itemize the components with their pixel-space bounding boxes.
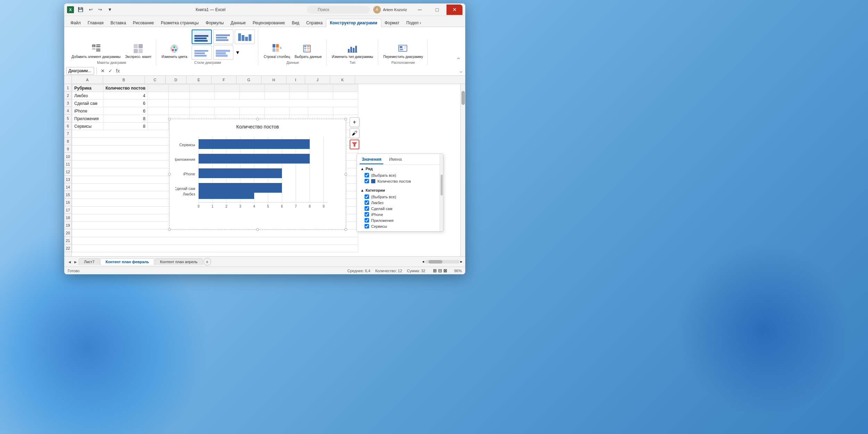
- col-header-c[interactable]: C: [145, 76, 166, 84]
- chart-filter-float-button[interactable]: [350, 140, 359, 149]
- resize-handle-right[interactable]: [344, 173, 347, 176]
- row-num-3[interactable]: 3: [64, 99, 72, 107]
- close-button[interactable]: ✕: [446, 5, 462, 15]
- cell-c1[interactable]: [148, 84, 168, 92]
- cell-e1[interactable]: [189, 84, 214, 92]
- formula-expand-button[interactable]: ⌄: [459, 68, 463, 74]
- cell-a4[interactable]: iPhone: [72, 107, 103, 115]
- cell-a1[interactable]: Рубрика: [72, 84, 103, 92]
- normal-view-button[interactable]: ⊞: [433, 268, 437, 273]
- sheet-scrollbar-v[interactable]: [460, 84, 465, 256]
- styles-scroll-down[interactable]: ▼: [234, 45, 241, 60]
- filter-tab-names[interactable]: Имена: [387, 156, 404, 164]
- cell-h4[interactable]: [264, 107, 289, 115]
- save-button[interactable]: 💾: [76, 6, 85, 13]
- formula-input[interactable]: [123, 67, 458, 75]
- cell-row21[interactable]: [72, 237, 358, 245]
- cell-i1[interactable]: [289, 84, 308, 92]
- redo-button[interactable]: ↪: [97, 6, 104, 13]
- cell-b1[interactable]: Количество постов: [103, 84, 148, 92]
- cell-d3[interactable]: [168, 100, 189, 107]
- change-type-button[interactable]: Изменить тип диаграммы: [330, 42, 375, 60]
- ribbon-collapse[interactable]: ⌃: [454, 55, 462, 65]
- col-header-e[interactable]: E: [186, 76, 211, 84]
- filter-checkbox-iphone[interactable]: [365, 212, 369, 217]
- col-header-i[interactable]: I: [286, 76, 305, 84]
- cell-c5[interactable]: [148, 115, 168, 123]
- filter-checkbox-likbez[interactable]: [365, 200, 369, 205]
- h-scrollbar-thumb[interactable]: [428, 260, 442, 264]
- tab-format[interactable]: Формат: [381, 19, 403, 27]
- row-num-19[interactable]: 19: [64, 222, 72, 229]
- scrollbar-thumb-v[interactable]: [461, 91, 465, 105]
- row-num-22[interactable]: 22: [64, 244, 72, 252]
- cell-k4[interactable]: [333, 107, 358, 115]
- more-button[interactable]: ▼: [106, 6, 114, 13]
- row-num-10[interactable]: 10: [64, 153, 72, 160]
- resize-handle-tl[interactable]: [168, 118, 171, 120]
- cell-c6[interactable]: [148, 123, 168, 130]
- chart-style-1[interactable]: [192, 30, 212, 44]
- row-num-21[interactable]: 21: [64, 237, 72, 244]
- row-num-13[interactable]: 13: [64, 176, 72, 183]
- page-layout-view-button[interactable]: ⊟: [438, 268, 442, 273]
- search-input[interactable]: [307, 6, 370, 14]
- row-num-1[interactable]: 1: [64, 84, 72, 92]
- cell-f2[interactable]: [214, 92, 239, 100]
- tab-home[interactable]: Главная: [84, 19, 107, 27]
- cell-b4[interactable]: 6: [103, 107, 148, 115]
- tab-more[interactable]: Подеп ›: [403, 19, 425, 27]
- tab-draw[interactable]: Рисование: [130, 19, 157, 27]
- cell-j2[interactable]: [308, 92, 333, 100]
- cell-e2[interactable]: [189, 92, 214, 100]
- row-num-5[interactable]: 5: [64, 115, 72, 122]
- chart-container[interactable]: Количество постов: [169, 119, 346, 230]
- col-header-f[interactable]: F: [211, 76, 236, 84]
- row-num-11[interactable]: 11: [64, 160, 72, 168]
- row-num-15[interactable]: 15: [64, 191, 72, 199]
- add-element-button[interactable]: + Добавить элемент диаграммы: [70, 42, 122, 60]
- cell-a3[interactable]: Сделай сам: [72, 100, 103, 107]
- row-num-4[interactable]: 4: [64, 107, 72, 115]
- h-scrollbar-track[interactable]: [425, 260, 460, 264]
- cell-b6[interactable]: 8: [103, 123, 148, 130]
- express-layout-button[interactable]: Экспресс- макет: [123, 42, 153, 60]
- chart-style-5[interactable]: [213, 45, 233, 60]
- resize-handle-tr[interactable]: [344, 118, 347, 120]
- row-num-17[interactable]: 17: [64, 206, 72, 214]
- tab-page-layout[interactable]: Разметка страницы: [157, 19, 202, 27]
- cell-h2[interactable]: [264, 92, 289, 100]
- filter-checkbox-count[interactable]: [365, 179, 369, 183]
- tab-review[interactable]: Рецензирование: [249, 19, 289, 27]
- tab-view[interactable]: Вид: [288, 19, 303, 27]
- row-num-14[interactable]: 14: [64, 183, 72, 191]
- confirm-formula-button[interactable]: ✓: [107, 67, 114, 74]
- cell-d1[interactable]: [168, 84, 189, 92]
- cell-j1[interactable]: [308, 84, 333, 92]
- undo-button[interactable]: ↩: [87, 6, 94, 13]
- filter-checkbox-prilozhenia[interactable]: [365, 218, 369, 223]
- resize-handle-left[interactable]: [168, 173, 171, 176]
- cell-e4[interactable]: [189, 107, 214, 115]
- h-scroll-left[interactable]: ◂: [422, 259, 424, 264]
- cell-f1[interactable]: [214, 84, 239, 92]
- filter-checkbox-select-all-cat[interactable]: [365, 194, 369, 199]
- filter-section-categories-header[interactable]: ▲ Категории: [360, 188, 440, 192]
- cell-a2[interactable]: Ликбез: [72, 92, 103, 100]
- chart-style-2[interactable]: [213, 30, 233, 44]
- cell-a6[interactable]: Сервисы: [72, 123, 103, 130]
- chart-add-element-float-button[interactable]: +: [350, 117, 359, 127]
- cell-d2[interactable]: [168, 92, 189, 100]
- maximize-button[interactable]: □: [429, 5, 445, 15]
- add-sheet-button[interactable]: +: [203, 258, 211, 266]
- cell-i2[interactable]: [289, 92, 308, 100]
- cell-c2[interactable]: [148, 92, 168, 100]
- chart-style-3[interactable]: [235, 30, 255, 44]
- cancel-formula-button[interactable]: ✕: [99, 67, 106, 74]
- cell-row22[interactable]: [72, 245, 358, 252]
- insert-function-button[interactable]: fx: [115, 67, 121, 74]
- name-box[interactable]: [66, 67, 94, 75]
- cell-j4[interactable]: [308, 107, 333, 115]
- resize-handle-top[interactable]: [256, 118, 259, 120]
- col-header-b[interactable]: B: [103, 76, 145, 84]
